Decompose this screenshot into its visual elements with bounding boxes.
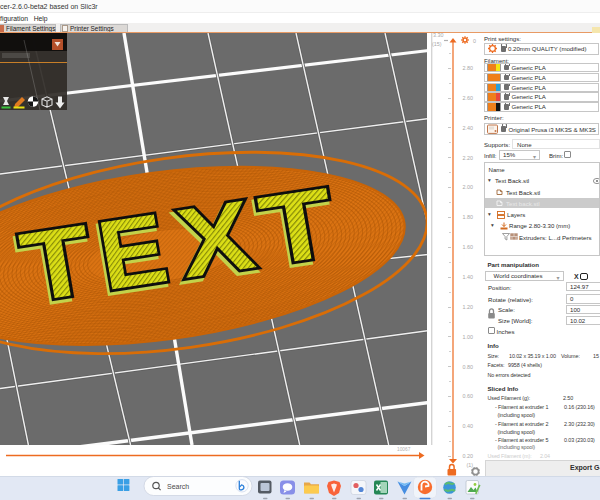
svg-text:Search: Search <box>167 483 189 490</box>
svg-text:10067: 10067 <box>397 447 411 452</box>
